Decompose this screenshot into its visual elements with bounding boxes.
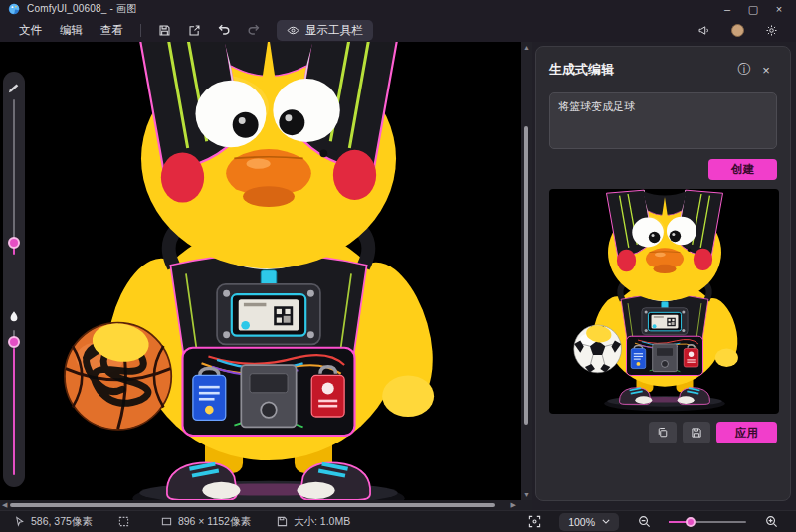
title-bar: ComfyUI_00608_ - 画图 – ▢ × [0, 0, 796, 18]
show-toolbar-label: 显示工具栏 [305, 23, 363, 38]
zoom-in-button[interactable] [759, 512, 783, 532]
paint-app-window: ComfyUI_00608_ - 画图 – ▢ × 文件 编辑 查看 显示工具栏 [0, 0, 796, 532]
zoom-slider-thumb[interactable] [686, 517, 696, 527]
status-bar: 586, 375像素 896 × 1152像素 大小: 1.0MB 100% [0, 510, 796, 532]
vertical-scroll-thumb[interactable] [524, 126, 528, 425]
selection-size [118, 516, 135, 527]
vertical-scrollbar[interactable]: ▲ ▼ [521, 42, 532, 500]
zoom-out-button[interactable] [632, 512, 656, 532]
selection-icon [118, 516, 129, 527]
file-size: 大小: 1.0MB [277, 515, 350, 529]
show-toolbar-toggle[interactable]: 显示工具栏 [277, 20, 373, 41]
save-image-icon [691, 427, 702, 439]
share-icon [188, 24, 201, 37]
save-button[interactable] [152, 20, 176, 40]
apply-button[interactable]: 应用 [716, 422, 777, 443]
menu-view[interactable]: 查看 [92, 20, 132, 41]
copy-result-button[interactable] [649, 422, 677, 443]
fit-to-screen-icon [528, 515, 541, 528]
opacity-drop-icon [3, 310, 25, 322]
save-icon [158, 24, 171, 37]
chevron-down-icon [602, 519, 610, 524]
menu-edit[interactable]: 编辑 [51, 20, 92, 41]
right-column: 生成式编辑 ⓘ × 将篮球变成足球 创建 [532, 42, 796, 510]
undo-button[interactable] [212, 20, 236, 40]
opacity-slider-thumb[interactable] [8, 336, 20, 348]
account-avatar [731, 24, 744, 37]
redo-icon [247, 23, 261, 37]
close-icon: × [762, 63, 770, 78]
minimize-button[interactable]: – [714, 1, 740, 18]
horizontal-scroll-thumb[interactable] [10, 503, 495, 507]
settings-gear-icon [765, 24, 778, 37]
info-button[interactable]: ⓘ [733, 59, 755, 81]
info-icon: ⓘ [738, 61, 751, 79]
create-button[interactable]: 创建 [708, 159, 777, 180]
tool-rail [3, 72, 25, 487]
panel-actions: 应用 [549, 422, 777, 443]
scroll-right-icon[interactable]: ▶ [511, 501, 516, 508]
canvas-size-icon [161, 516, 172, 527]
settings-button[interactable] [759, 20, 783, 40]
file-size-icon [277, 516, 288, 527]
panel-header: 生成式编辑 ⓘ × [549, 59, 777, 81]
menu-file[interactable]: 文件 [10, 20, 51, 41]
menu-divider [140, 24, 141, 37]
window-title: ComfyUI_00608_ - 画图 [27, 2, 137, 16]
zoom-level-select[interactable]: 100% [559, 513, 619, 531]
generative-edit-panel: 生成式编辑 ⓘ × 将篮球变成足球 创建 [535, 46, 791, 501]
eye-icon [287, 24, 299, 37]
scroll-left-icon[interactable]: ◀ [2, 501, 7, 508]
menubar-right-icons [689, 20, 786, 40]
brush-size-icon [3, 82, 25, 93]
zoom-level-value: 100% [568, 516, 595, 528]
undo-icon [217, 23, 231, 37]
account-button[interactable] [725, 20, 749, 40]
cursor-position: 586, 375像素 [14, 515, 93, 529]
panel-title: 生成式编辑 [549, 61, 614, 79]
panel-close-button[interactable]: × [755, 59, 777, 81]
menu-bar: 文件 编辑 查看 显示工具栏 [0, 18, 796, 42]
paint-app-icon [8, 3, 20, 15]
maximize-button[interactable]: ▢ [740, 1, 766, 18]
main-area: ▲ ▼ ◀ ▶ 生成式编辑 ⓘ × 将篮球变成足球 [0, 42, 796, 510]
scroll-down-icon[interactable]: ▼ [523, 491, 530, 498]
create-row: 创建 [549, 159, 777, 180]
preview-box [549, 189, 779, 414]
window-controls: – ▢ × [714, 1, 792, 18]
zoom-slider[interactable] [669, 515, 746, 529]
canvas-image[interactable] [0, 42, 532, 510]
zoom-in-icon [765, 515, 778, 528]
feedback-button[interactable] [692, 20, 715, 40]
redo-button[interactable] [242, 20, 266, 40]
cursor-icon [14, 516, 25, 527]
share-button[interactable] [182, 20, 206, 40]
size-slider-thumb[interactable] [8, 237, 20, 249]
scroll-up-icon[interactable]: ▲ [523, 44, 530, 51]
prompt-input[interactable]: 将篮球变成足球 [549, 92, 777, 149]
zoom-out-icon [638, 515, 651, 528]
zoom-controls: 100% [519, 512, 786, 532]
save-result-button[interactable] [683, 422, 710, 443]
fit-to-screen-button[interactable] [522, 512, 546, 532]
preview-image [549, 189, 779, 414]
size-slider[interactable] [13, 99, 15, 243]
copy-icon [657, 427, 669, 439]
feedback-megaphone-icon [697, 24, 710, 37]
canvas-size: 896 × 1152像素 [161, 515, 251, 529]
close-button[interactable]: × [766, 1, 792, 18]
horizontal-scrollbar[interactable]: ◀ ▶ [0, 500, 532, 510]
canvas-area: ▲ ▼ ◀ ▶ [0, 42, 532, 510]
